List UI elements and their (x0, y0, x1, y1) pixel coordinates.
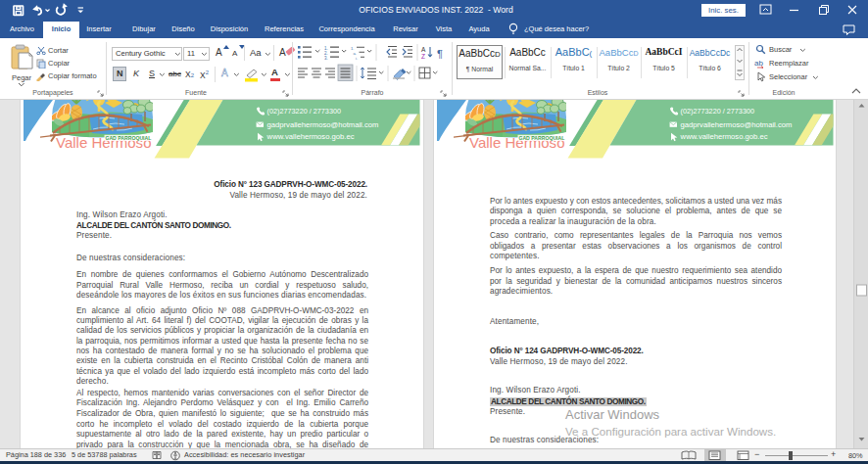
svg-text:ab: ab (754, 59, 763, 68)
svg-text:GAD PARROQUIAL: GAD PARROQUIAL (518, 135, 565, 141)
svg-text:Z: Z (421, 53, 425, 60)
svg-text:3.: 3. (324, 56, 328, 61)
svg-text:gadprvallehermoso@hotmail.com: gadprvallehermoso@hotmail.com (681, 120, 793, 129)
svg-text:GAD PARROQUIAL: GAD PARROQUIAL (105, 135, 152, 141)
svg-text:(02)2773220 / 2773300: (02)2773220 / 2773300 (267, 107, 341, 116)
svg-text:www.vallehermoso.gob.ec: www.vallehermoso.gob.ec (266, 132, 355, 141)
svg-text:(02)2773220 / 2773300: (02)2773220 / 2773300 (681, 107, 754, 116)
svg-text:A: A (421, 46, 426, 53)
svg-text:i.: i. (356, 56, 358, 61)
svg-text:gadprvallehermoso@hotmail.com: gadprvallehermoso@hotmail.com (267, 120, 379, 129)
svg-text:¶: ¶ (437, 48, 443, 60)
svg-text:www.vallehermoso.gob.ec: www.vallehermoso.gob.ec (680, 132, 768, 141)
